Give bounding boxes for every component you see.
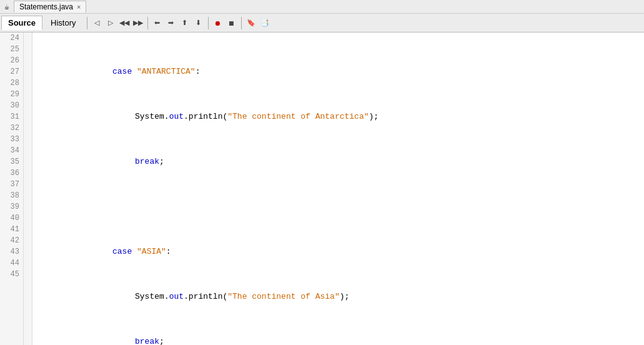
- toolbar-separator-4: [241, 17, 242, 29]
- toolbar-btn-bookmark2[interactable]: 📑: [259, 17, 271, 29]
- code-line-24: case "ANTARCTICA":: [37, 66, 644, 78]
- line-numbers: 24 25 26 27 28 29 30 31 32 33 34 35 36 3…: [0, 32, 24, 345]
- code-editor[interactable]: case "ANTARCTICA": System.out.println("T…: [32, 32, 644, 345]
- toolbar-separator-1: [87, 17, 87, 29]
- toolbar-btn-down[interactable]: ⬇: [192, 17, 205, 29]
- line-num-41: 41: [4, 224, 19, 235]
- line-num-28: 28: [4, 78, 19, 89]
- code-line-28: case "ASIA":: [37, 246, 644, 258]
- line-num-29: 29: [4, 89, 19, 100]
- line-num-33: 33: [4, 134, 19, 145]
- line-num-26: 26: [4, 55, 19, 66]
- toolbar-separator-2: [147, 17, 148, 29]
- line-num-42: 42: [4, 235, 19, 246]
- line-num-32: 32: [4, 122, 19, 134]
- toolbar-btn-last[interactable]: ◀◀: [118, 17, 131, 29]
- toolbar-btn-stop[interactable]: ⏹: [225, 17, 238, 29]
- line-num-25: 25: [4, 44, 19, 55]
- line-num-38: 38: [4, 190, 19, 201]
- code-line-29: System.out.println("The continent of Asi…: [37, 291, 644, 302]
- title-bar: ☕ Statements.java ×: [0, 0, 644, 14]
- line-num-43: 43: [4, 246, 19, 258]
- line-num-44: 44: [4, 258, 19, 269]
- close-tab-button[interactable]: ×: [77, 3, 81, 11]
- line-num-30: 30: [4, 100, 19, 111]
- toolbar-separator-3: [208, 17, 209, 29]
- line-num-34: 34: [4, 145, 19, 156]
- toolbar: Source History ◁ ▷ ◀◀ ▶▶ ⬅ ➡ ⬆ ⬇ ⏺ ⏹ 🔖 📑: [0, 14, 644, 32]
- code-line-30: break;: [37, 336, 644, 345]
- line-num-24: 24: [4, 32, 19, 44]
- line-num-31: 31: [4, 111, 19, 122]
- toolbar-btn-back[interactable]: ⬅: [151, 17, 164, 29]
- toolbar-btn-prev[interactable]: ◁: [91, 17, 103, 29]
- toolbar-btn-next[interactable]: ▷: [104, 17, 117, 29]
- code-line-25: System.out.println("The continent of Ant…: [37, 111, 644, 122]
- line-num-39: 39: [4, 201, 19, 212]
- code-area: 24 25 26 27 28 29 30 31 32 33 34 35 36 3…: [0, 32, 644, 345]
- line-num-45: 45: [4, 269, 19, 280]
- line-num-36: 36: [4, 168, 19, 179]
- toolbar-btn-bookmark[interactable]: 🔖: [245, 17, 257, 29]
- filename: Statements.java: [19, 2, 73, 11]
- line-num-35: 35: [4, 156, 19, 168]
- line-num-27: 27: [4, 66, 19, 78]
- code-line-27: [37, 201, 644, 212]
- toolbar-btn-record[interactable]: ⏺: [212, 17, 224, 29]
- toolbar-btn-last2[interactable]: ▶▶: [132, 17, 144, 29]
- java-file-icon: ☕: [2, 2, 11, 11]
- toolbar-btn-up[interactable]: ⬆: [179, 17, 191, 29]
- code-line-26: break;: [37, 156, 644, 168]
- toolbar-btn-fwd[interactable]: ➡: [165, 17, 177, 29]
- line-num-40: 40: [4, 212, 19, 224]
- gutter: [24, 32, 32, 345]
- line-num-37: 37: [4, 179, 19, 190]
- file-tab[interactable]: Statements.java ×: [14, 1, 86, 12]
- tab-history[interactable]: History: [44, 16, 82, 30]
- tab-source[interactable]: Source: [1, 16, 42, 30]
